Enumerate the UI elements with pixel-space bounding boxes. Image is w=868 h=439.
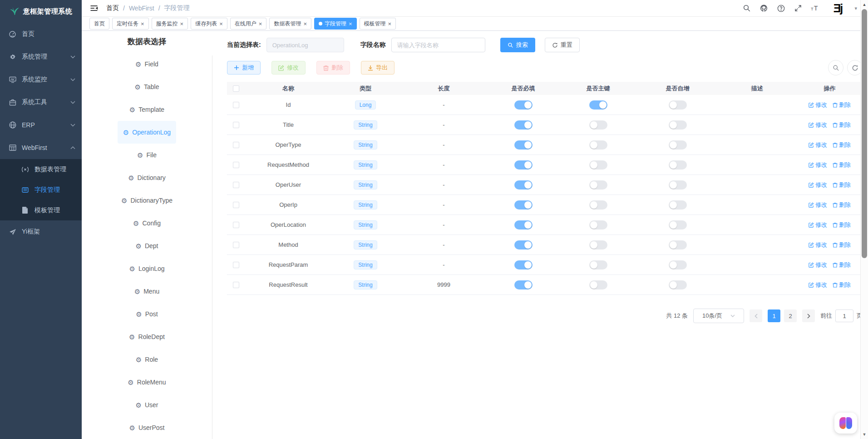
prev-page-button[interactable] xyxy=(750,309,762,322)
required-toggle[interactable] xyxy=(514,280,533,289)
tab-close-icon[interactable]: × xyxy=(349,21,352,27)
view-tab[interactable]: 字段管理 × xyxy=(314,18,357,30)
tree-item[interactable]: ⚙ Field xyxy=(130,53,164,75)
autoincrement-toggle[interactable] xyxy=(669,180,687,190)
row-checkbox[interactable] xyxy=(233,122,239,128)
autoincrement-toggle[interactable] xyxy=(669,200,687,210)
user-avatar[interactable]: Ǝj xyxy=(829,1,846,15)
primary-key-toggle[interactable] xyxy=(589,200,607,210)
row-checkbox[interactable] xyxy=(233,142,239,148)
row-edit-link[interactable]: 修改 xyxy=(809,121,827,129)
sidebar-item-webfirst[interactable]: WebFirst xyxy=(0,136,82,159)
tree-item[interactable]: ⚙ LoginLog xyxy=(123,257,170,280)
row-edit-link[interactable]: 修改 xyxy=(809,241,827,249)
sidebar-item-system-monitor[interactable]: 系统监控 xyxy=(0,68,82,91)
tree-item[interactable]: ⚙ UserPost xyxy=(123,416,170,439)
view-tab[interactable]: 缓存列表 × xyxy=(191,18,227,30)
export-button[interactable]: 导出 xyxy=(361,61,395,75)
font-size-icon[interactable]: TT xyxy=(811,4,821,12)
field-name-input[interactable] xyxy=(391,38,485,52)
sidebar-item-system-tools[interactable]: 系统工具 xyxy=(0,91,82,114)
row-edit-link[interactable]: 修改 xyxy=(809,101,827,109)
row-delete-link[interactable]: 删除 xyxy=(833,101,851,109)
view-tab[interactable]: 模板管理 × xyxy=(360,18,396,30)
autoincrement-toggle[interactable] xyxy=(669,260,687,269)
required-toggle[interactable] xyxy=(514,240,533,249)
page-size-select[interactable]: 10条/页 xyxy=(693,309,744,323)
row-edit-link[interactable]: 修改 xyxy=(809,141,827,149)
tree-item[interactable]: ⚙ Post xyxy=(130,303,163,325)
tab-close-icon[interactable]: × xyxy=(141,21,144,27)
scrollbar-up-icon[interactable]: ▲ xyxy=(861,1,868,8)
tab-close-icon[interactable]: × xyxy=(303,21,307,27)
row-edit-link[interactable]: 修改 xyxy=(809,281,827,289)
primary-key-toggle[interactable] xyxy=(589,240,607,249)
column-search-icon[interactable] xyxy=(828,60,843,75)
row-edit-link[interactable]: 修改 xyxy=(809,221,827,229)
tree-item[interactable]: ⚙ Dictionary xyxy=(123,166,171,189)
autoincrement-toggle[interactable] xyxy=(669,140,687,150)
page-scrollbar[interactable]: ▲ ▼ xyxy=(860,0,868,439)
required-toggle[interactable] xyxy=(514,120,533,130)
sidebar-item-table-management[interactable]: 数据表管理 xyxy=(0,159,82,180)
page-number-button[interactable]: 1 xyxy=(768,309,780,322)
required-toggle[interactable] xyxy=(514,260,533,269)
delete-button[interactable]: 删除 xyxy=(316,61,350,75)
required-toggle[interactable] xyxy=(514,180,533,190)
row-delete-link[interactable]: 删除 xyxy=(833,261,851,269)
row-edit-link[interactable]: 修改 xyxy=(809,161,827,169)
primary-key-toggle[interactable] xyxy=(589,140,607,150)
required-toggle[interactable] xyxy=(514,140,533,150)
primary-key-toggle[interactable] xyxy=(589,220,607,229)
tree-item[interactable]: ⚙ RoleMenu xyxy=(122,371,171,394)
row-delete-link[interactable]: 删除 xyxy=(833,241,851,249)
tab-close-icon[interactable]: × xyxy=(219,21,223,27)
edit-button[interactable]: 修改 xyxy=(271,61,306,75)
row-checkbox[interactable] xyxy=(233,242,239,248)
github-icon[interactable] xyxy=(760,4,768,13)
tree-item[interactable]: ⚙ Role xyxy=(130,348,163,371)
row-checkbox[interactable] xyxy=(233,182,239,188)
tree-item[interactable]: ⚙ Config xyxy=(128,212,166,234)
tree-item[interactable]: ⚙ Dept xyxy=(130,234,163,257)
tree-item[interactable]: ⚙ File xyxy=(132,144,162,166)
autoincrement-toggle[interactable] xyxy=(669,100,687,110)
scrollbar-down-icon[interactable]: ▼ xyxy=(861,431,868,438)
primary-key-toggle[interactable] xyxy=(589,100,607,110)
autoincrement-toggle[interactable] xyxy=(669,160,687,170)
page-number-button[interactable]: 2 xyxy=(784,309,797,322)
help-icon[interactable] xyxy=(777,4,785,13)
required-toggle[interactable] xyxy=(514,160,533,170)
sidebar-item-erp[interactable]: ERP xyxy=(0,114,82,136)
primary-key-toggle[interactable] xyxy=(589,120,607,130)
row-checkbox[interactable] xyxy=(233,262,239,268)
row-delete-link[interactable]: 删除 xyxy=(833,121,851,129)
row-delete-link[interactable]: 删除 xyxy=(833,281,851,289)
sidebar-item-field-management[interactable]: 字段管理 xyxy=(0,180,82,200)
row-edit-link[interactable]: 修改 xyxy=(809,201,827,209)
assistant-float-button[interactable] xyxy=(834,413,857,434)
row-delete-link[interactable]: 删除 xyxy=(833,221,851,229)
row-checkbox[interactable] xyxy=(233,282,239,288)
row-checkbox[interactable] xyxy=(233,162,239,168)
breadcrumb-home[interactable]: 首页 xyxy=(106,4,119,12)
tree-item[interactable]: ⚙ OperationLog xyxy=(118,121,176,144)
view-tab[interactable]: 数据表管理 × xyxy=(269,18,311,30)
tree-item[interactable]: ⚙ DictionaryType xyxy=(116,189,178,212)
row-edit-link[interactable]: 修改 xyxy=(809,261,827,269)
autoincrement-toggle[interactable] xyxy=(669,240,687,249)
row-checkbox[interactable] xyxy=(233,102,239,108)
view-tab[interactable]: 服务监控 × xyxy=(152,18,188,30)
row-delete-link[interactable]: 删除 xyxy=(833,161,851,169)
avatar-caret-icon[interactable]: ▾ xyxy=(854,5,857,11)
tree-item[interactable]: ⚙ RoleDept xyxy=(123,325,170,348)
tab-close-icon[interactable]: × xyxy=(180,21,184,27)
tree-item[interactable]: ⚙ User xyxy=(130,394,163,416)
tab-close-icon[interactable]: × xyxy=(259,21,262,27)
tree-item[interactable]: ⚙ Menu xyxy=(129,280,165,303)
required-toggle[interactable] xyxy=(514,220,533,229)
sidebar-collapse-icon[interactable] xyxy=(89,4,99,13)
tree-item[interactable]: ⚙ Table xyxy=(129,75,165,98)
required-toggle[interactable] xyxy=(514,200,533,210)
tab-close-icon[interactable]: × xyxy=(388,21,392,27)
